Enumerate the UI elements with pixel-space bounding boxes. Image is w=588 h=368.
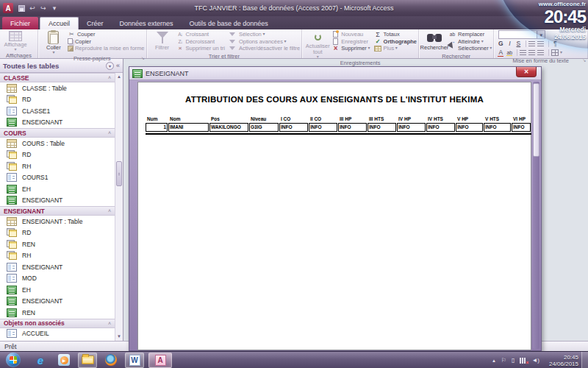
align-left-icon[interactable] <box>520 50 526 55</box>
align-right-icon[interactable] <box>537 50 544 55</box>
sidebar-item-classe1[interactable]: CLASSE1 <box>0 105 115 117</box>
toggle-filter-icon <box>229 46 235 50</box>
sidebar-item-rd[interactable]: RD <box>0 227 115 239</box>
datasheet-view-icon <box>9 31 22 41</box>
sort-ascending-button[interactable]: Croissant <box>176 31 225 38</box>
toggle-filter-button[interactable]: Activer/désactiver le filtre <box>229 45 300 52</box>
highlight-color-button[interactable]: ab <box>506 50 513 55</box>
tab-donnees-externes[interactable]: Données externes <box>112 17 182 29</box>
gridlines-icon[interactable] <box>551 49 559 56</box>
sidebar-item-ren[interactable]: REN <box>0 307 115 319</box>
copy-button[interactable]: Copier <box>68 38 145 46</box>
collapse-icon[interactable]: ˄ <box>108 130 111 135</box>
goto-button[interactable]: Atteindre ▾ <box>448 38 492 46</box>
sidebar-item-rh[interactable]: RH <box>0 160 115 172</box>
tray-expand-icon[interactable]: ▲ <box>492 358 496 363</box>
redo-button[interactable]: ↪ <box>38 4 49 13</box>
battery-icon[interactable]: ▯ <box>512 357 514 364</box>
sidebar-scrollbar[interactable]: ▲ ▼ <box>115 73 123 341</box>
underline-button[interactable]: S <box>514 40 522 47</box>
sidebar-group-header[interactable]: CLASSE˄ <box>0 73 115 82</box>
show-desktop-button[interactable] <box>581 352 588 368</box>
taskbar-internet-explorer[interactable]: e <box>31 353 50 368</box>
select-button[interactable]: Sélectionner ▾ <box>448 45 492 52</box>
paste-button[interactable]: Coller▾ <box>40 30 68 54</box>
start-button[interactable] <box>6 353 21 367</box>
sidebar-item-enseignant-table[interactable]: ENSEIGNANT : Table <box>0 216 115 227</box>
selection-button[interactable]: Sélection ▾ <box>229 31 300 38</box>
sidebar-item-eh[interactable]: EH <box>0 284 115 296</box>
sidebar-item-enseignant[interactable]: ENSEIGNANT <box>0 195 115 207</box>
find-button[interactable]: Rechercher <box>420 30 448 51</box>
sidebar-item-rh[interactable]: RH <box>0 250 115 262</box>
save-quick-button[interactable] <box>16 4 26 13</box>
close-button[interactable]: ✕ <box>516 67 537 77</box>
sidebar-item-enseignant[interactable]: ENSEIGNANT <box>0 117 115 129</box>
sidebar-item-rd[interactable]: RD <box>0 94 115 106</box>
report-window-titlebar[interactable]: ENSEIGNANT ✕ <box>129 67 541 80</box>
align-center-icon[interactable] <box>528 50 535 55</box>
nav-dropdown-icon[interactable]: ▾ <box>106 62 114 70</box>
advanced-options-button[interactable]: Options avancées ▾ <box>229 38 300 46</box>
network-icon[interactable]: × <box>520 358 526 364</box>
refresh-all-button[interactable]: Actualiser tout▾ <box>304 30 331 59</box>
taskbar-media-player[interactable]: ▶ <box>54 353 74 368</box>
sidebar-item-cours1[interactable]: COURS1 <box>0 172 115 184</box>
totals-button[interactable]: Totaux <box>374 31 417 38</box>
sidebar-group-header[interactable]: COURS˄ <box>0 128 115 138</box>
new-record-button[interactable]: Nouveau <box>331 31 370 38</box>
taskbar-firefox[interactable] <box>101 353 121 368</box>
sidebar-item-classe-table[interactable]: CLASSE : Table <box>0 82 115 94</box>
dialog-launcher-icon[interactable]: ↘ <box>140 55 146 61</box>
dialog-launcher-icon[interactable]: ↘ <box>581 57 587 63</box>
undo-button[interactable]: ↩ <box>27 4 37 13</box>
format-painter-button[interactable]: Reproduire la mise en forme <box>68 45 145 52</box>
sidebar-item-enseignant[interactable]: ENSEIGNANT <box>0 261 115 273</box>
decrease-indent-icon[interactable] <box>528 41 535 46</box>
tab-creer[interactable]: Créer <box>79 17 112 29</box>
filter-button[interactable]: Filtrer <box>148 30 176 51</box>
sidebar-item-rd[interactable]: RD <box>0 149 115 161</box>
view-button[interactable]: Affichage▾ <box>1 30 29 52</box>
action-center-flag-icon[interactable]: ⚐ <box>501 357 506 364</box>
sort-descending-button[interactable]: Décroissant <box>176 38 225 46</box>
cut-button[interactable]: Couper <box>68 31 145 38</box>
report-scrollbar[interactable] <box>533 82 539 349</box>
delete-record-button[interactable]: Supprimer ▾ <box>331 45 370 52</box>
taskbar-word[interactable]: W <box>125 353 144 368</box>
volume-icon[interactable]: ◄) <box>531 357 539 364</box>
increase-indent-icon[interactable] <box>537 41 544 46</box>
sidebar-item-ren[interactable]: REN <box>0 238 115 250</box>
taskbar-access[interactable]: A <box>148 353 172 368</box>
collapse-icon[interactable]: ˄ <box>108 208 111 213</box>
replace-button[interactable]: Remplacer <box>448 31 492 38</box>
sidebar-item-accueil[interactable]: ACCUEIL <box>0 328 115 340</box>
spelling-button[interactable]: Orthographe <box>374 38 417 46</box>
more-button[interactable]: Plus ▾ <box>374 45 417 52</box>
taskbar-clock[interactable]: 20:45 24/06/2015 <box>549 352 578 368</box>
tab-accueil[interactable]: Accueil <box>40 17 79 29</box>
remove-sort-button[interactable]: Supprimer un tri <box>176 45 225 52</box>
scroll-down-icon[interactable]: ▼ <box>115 333 123 341</box>
bold-button[interactable]: G <box>497 40 504 47</box>
qat-dropdown[interactable]: ▾ <box>49 4 60 13</box>
scroll-up-icon[interactable]: ▲ <box>115 73 123 81</box>
save-record-button[interactable]: Enregistrer <box>331 38 370 46</box>
sidebar-item-imp[interactable]: IMP <box>0 339 115 341</box>
collapse-icon[interactable]: ˄ <box>108 321 111 326</box>
sidebar-item-eh[interactable]: EH <box>0 183 115 195</box>
sidebar-item-cours-table[interactable]: COURS : Table <box>0 138 115 149</box>
italic-button[interactable]: I <box>506 40 513 47</box>
shutter-close-icon[interactable]: « <box>116 62 120 69</box>
tab-fichier[interactable]: Fichier <box>2 17 38 29</box>
report-scrollbar-thumb[interactable] <box>533 83 539 157</box>
tab-outils-base-de-donnees[interactable]: Outils de base de données <box>182 17 276 29</box>
sidebar-item-mod[interactable]: MOD <box>0 273 115 285</box>
sidebar-item-enseignant[interactable]: ENSEIGNANT <box>0 296 115 308</box>
taskbar-file-explorer[interactable] <box>78 353 97 368</box>
sidebar-group-header[interactable]: ENSEIGNANT˄ <box>0 206 115 216</box>
collapse-icon[interactable]: ˄ <box>108 75 111 80</box>
font-color-button[interactable]: A <box>497 49 504 56</box>
sidebar-group-header[interactable]: Objets non associés˄ <box>0 319 115 328</box>
scrollbar-thumb[interactable] <box>116 161 122 186</box>
